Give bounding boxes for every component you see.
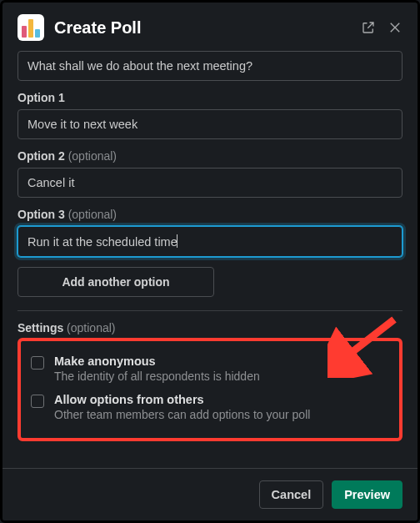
cancel-button[interactable]: Cancel <box>259 480 324 509</box>
settings-highlight-box: Make anonymousThe identity of all respon… <box>18 338 402 441</box>
option-input[interactable]: Cancel it <box>18 168 402 198</box>
preview-button[interactable]: Preview <box>332 480 402 509</box>
setting-row: Make anonymousThe identity of all respon… <box>31 350 389 388</box>
question-field: What shall we do about the next meeting? <box>18 51 402 81</box>
option-label: Option 3 (optional) <box>18 208 402 221</box>
option-input[interactable]: Move it to next week <box>18 109 402 139</box>
question-input[interactable]: What shall we do about the next meeting? <box>18 51 402 81</box>
option-field: Option 3 (optional)Run it at the schedul… <box>18 208 402 257</box>
dialog-footer: Cancel Preview <box>2 468 418 520</box>
option-label: Option 2 (optional) <box>18 149 402 163</box>
settings-label: Settings (optional) <box>18 321 402 334</box>
dialog-title: Create Poll <box>54 18 361 38</box>
open-external-icon[interactable] <box>361 20 376 35</box>
setting-title: Make anonymous <box>54 355 260 368</box>
dialog-header: Create Poll <box>2 3 418 51</box>
close-icon[interactable] <box>388 20 402 35</box>
option-input[interactable]: Run it at the scheduled time <box>18 226 402 257</box>
option-label: Option 1 <box>18 91 402 104</box>
setting-row: Allow options from othersOther team memb… <box>31 388 389 426</box>
add-option-button[interactable]: Add another option <box>18 267 214 297</box>
poll-app-icon <box>18 14 44 41</box>
setting-checkbox[interactable] <box>31 356 44 370</box>
setting-desc: The identity of all respondents is hidde… <box>54 370 260 383</box>
setting-checkbox[interactable] <box>31 395 44 408</box>
option-field: Option 1Move it to next week <box>18 91 402 139</box>
divider <box>18 310 402 311</box>
setting-desc: Other team members can add options to yo… <box>54 408 310 421</box>
setting-title: Allow options from others <box>54 393 310 406</box>
option-field: Option 2 (optional)Cancel it <box>18 149 402 198</box>
